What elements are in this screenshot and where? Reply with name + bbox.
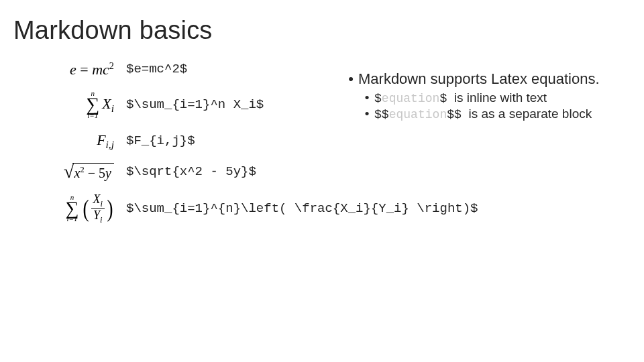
code-dollar: $ [439,92,447,105]
notes-main-text: Markdown supports Latex equations. [358,70,600,87]
slide: Markdown basics e = mc2 $e=mc^2$ n∑i=1 X… [0,0,644,362]
equation-row: n∑i=1 ( Xi Yi ) $\sum_{i=1}^{n}\left( \f… [13,193,631,225]
notes-block-desc: is as a separate block [468,107,592,121]
latex-source: $\sum_{i=1}^{n}\left( \frac{X_i}{Y_i} \r… [126,201,478,216]
code-equation-word: equation [382,92,440,105]
rendered-equation-sqrt: √ x2 − 5y [13,163,126,180]
latex-source: $F_{i,j}$ [126,133,195,148]
page-title: Markdown basics [13,16,631,45]
rendered-equation-sum-xi: n∑i=1 Xi [13,90,126,119]
rendered-equation-fij: Fi,j [13,133,126,150]
latex-source: $\sqrt{x^2 - 5y}$ [126,164,256,179]
notes-inline-desc: is inline with text [454,90,547,105]
notes-main-bullet: •Markdown supports Latex equations. [347,70,629,88]
equation-row: √ x2 − 5y $\sqrt{x^2 - 5y}$ [13,163,631,180]
latex-source: $\sum_{i=1}^n X_i$ [126,97,264,112]
equation-row: Fi,j $F_{i,j}$ [13,133,631,150]
notes-block: •Markdown supports Latex equations. •$eq… [347,70,629,121]
notes-sub-block: •$$equation$$ is as a separate block [364,107,629,121]
rendered-equation-emc2: e = mc2 [13,61,126,77]
bullet-icon: • [347,70,354,88]
code-dollar: $ [374,92,382,105]
rendered-equation-sum-frac: n∑i=1 ( Xi Yi ) [13,193,126,225]
code-dollar: $$ [374,108,389,121]
notes-sub-inline: •$equation$ is inline with text [364,90,629,105]
code-equation-word: equation [389,108,447,121]
bullet-icon: • [364,107,370,121]
latex-source: $e=mc^2$ [126,62,187,76]
code-dollar: $$ [447,108,462,121]
bullet-icon: • [364,90,370,105]
